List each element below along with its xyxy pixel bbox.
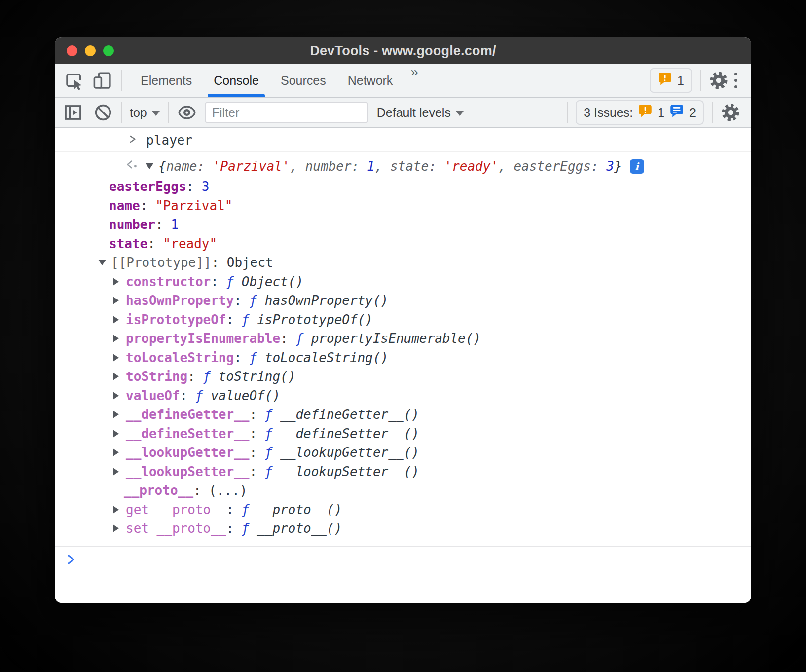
separator [700,70,701,91]
expand-arrow-icon[interactable] [113,297,126,304]
function-symbol: ƒ [295,331,311,346]
console-prompt[interactable] [55,547,751,575]
log-levels-selector[interactable]: Default levels [377,106,464,120]
property-row-number[interactable]: number: 1 [55,215,751,234]
function-symbol: ƒ [226,274,242,289]
property-row-proto[interactable]: __proto__: (...) [55,481,751,500]
property-row-prototype[interactable]: [[Prototype]]: Object [55,253,751,272]
property-value: isPrototypeOf() [257,312,373,327]
property-value: __defineGetter__() [280,407,419,422]
issues-summary-label: 3 Issues: [584,106,633,120]
tab-network[interactable]: Network [337,64,404,97]
property-value: propertyIsEnumerable() [311,331,481,346]
create-live-expression-button[interactable] [177,102,197,123]
property-key: number [109,217,155,232]
gear-icon [721,103,740,122]
property-value: Object() [242,274,303,289]
property-colon: : [234,293,249,308]
property-key: __proto__ [124,483,193,498]
main-tab-bar: Elements Console Sources Network » 1 [55,64,751,98]
zoom-window-button[interactable] [103,45,114,56]
property-row-hasownproperty[interactable]: hasOwnProperty: ƒ hasOwnProperty() [55,291,751,310]
settings-button[interactable] [709,71,729,90]
traffic-lights [67,37,114,64]
property-colon: : [234,350,249,365]
property-row-propertyisenumerable[interactable]: propertyIsEnumerable: ƒ propertyIsEnumer… [55,329,751,348]
property-row-get-proto[interactable]: get __proto__: ƒ __proto__() [55,500,751,520]
property-row-definesetter[interactable]: __defineSetter__: ƒ __defineSetter__() [55,424,751,444]
info-icon[interactable]: i [630,159,644,174]
property-row-isprototypeof[interactable]: isPrototypeOf: ƒ isPrototypeOf() [55,310,751,330]
console-result-row[interactable]: {name: 'Parzival', number: 1, state: 're… [55,156,751,176]
expand-arrow-icon[interactable] [113,468,126,476]
issues-summary-button[interactable]: 3 Issues: 1 2 [576,100,704,125]
property-colon: : [147,236,163,251]
panel-tabs: Elements Console Sources Network » [130,64,425,97]
property-row-tostring[interactable]: toString: ƒ toString() [55,367,751,386]
expand-arrow-icon[interactable] [113,524,126,532]
function-symbol: ƒ [242,312,257,327]
property-value: __lookupGetter__() [280,445,419,460]
customize-devtools-button[interactable] [733,72,738,89]
function-symbol: ƒ [195,388,211,403]
device-toolbar-icon [92,70,113,91]
issues-counter-button[interactable]: 1 [650,68,692,93]
object-expand-arrow[interactable] [146,163,158,169]
property-colon: : [193,483,209,498]
property-colon: : [180,388,195,403]
close-window-button[interactable] [67,45,77,56]
console-toolbar: top Default levels 3 Issues: [55,98,751,128]
property-value: "ready" [163,236,218,251]
clear-console-button[interactable] [93,103,113,122]
property-row-eastereggs[interactable]: easterEggs: 3 [55,177,751,196]
console-command-row[interactable]: player [55,128,751,152]
console-settings-button[interactable] [721,103,740,122]
info-issues-count: 2 [689,106,696,120]
preview-colon: : [352,159,367,174]
expand-arrow-icon[interactable] [113,430,126,438]
property-row-valueof[interactable]: valueOf: ƒ valueOf() [55,386,751,406]
expand-arrow-icon[interactable] [113,506,126,514]
separator [567,102,568,123]
property-row-set-proto[interactable]: set __proto__: ƒ __proto__() [55,519,751,538]
property-colon: : [155,217,171,232]
inspect-element-button[interactable] [64,70,84,91]
tab-sources[interactable]: Sources [270,64,337,97]
toggle-device-toolbar-button[interactable] [92,70,113,91]
property-value: hasOwnProperty() [265,293,388,308]
property-colon: : [249,426,264,441]
property-value: toLocaleString() [265,350,388,365]
prompt-chevron-icon [65,554,77,568]
tab-console[interactable]: Console [203,64,270,97]
property-key: __lookupSetter__ [126,464,249,479]
expand-arrow-icon[interactable] [113,354,126,362]
property-row-constructor[interactable]: constructor: ƒ Object() [55,272,751,292]
property-row-tolocalestring[interactable]: toLocaleString: ƒ toLocaleString() [55,348,751,368]
function-symbol: ƒ [265,464,280,479]
separator [121,102,122,123]
expand-arrow-icon[interactable] [98,260,111,265]
preview-value: 3 [606,159,614,174]
property-row-lookupsetter[interactable]: __lookupSetter__: ƒ __lookupSetter__() [55,462,751,482]
property-colon: : [212,255,227,270]
chevron-down-icon [152,111,160,116]
console-sidebar-toggle-button[interactable] [63,102,83,123]
expand-arrow-icon[interactable] [113,411,126,418]
javascript-context-selector[interactable]: top [130,106,160,120]
property-row-definegetter[interactable]: __defineGetter__: ƒ __defineGetter__() [55,405,751,424]
more-tabs-button[interactable]: » [403,64,425,97]
property-row-lookupgetter[interactable]: __lookupGetter__: ƒ __lookupGetter__() [55,443,751,462]
filter-input[interactable] [205,102,368,123]
expand-arrow-icon[interactable] [113,335,126,342]
property-row-state[interactable]: state: "ready" [55,234,751,254]
expand-arrow-icon[interactable] [113,448,126,456]
preview-colon: : [197,159,213,174]
expand-arrow-icon[interactable] [113,278,126,286]
expand-arrow-icon[interactable] [113,373,126,380]
tab-elements[interactable]: Elements [130,64,203,97]
expand-arrow-icon[interactable] [113,392,126,400]
property-key: __defineGetter__ [126,407,249,422]
expand-arrow-icon[interactable] [113,316,126,324]
property-row-name[interactable]: name: "Parzival" [55,196,751,216]
minimize-window-button[interactable] [85,45,96,56]
